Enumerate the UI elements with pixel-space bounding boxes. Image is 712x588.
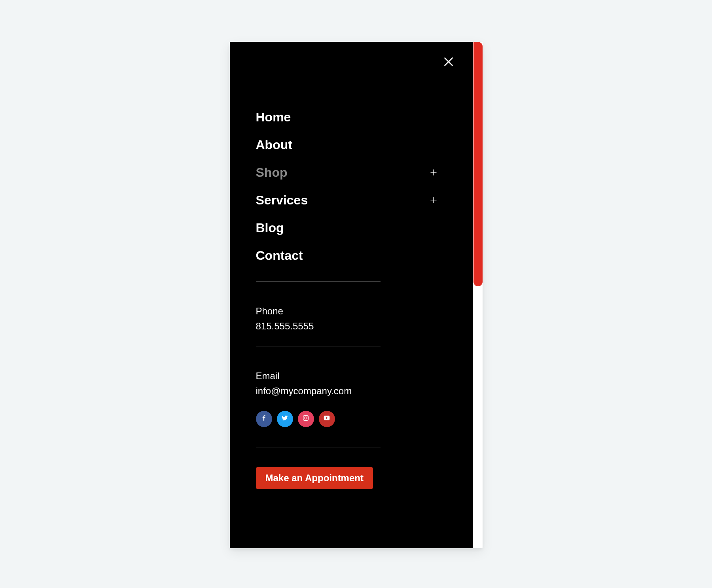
phone-block: Phone 815.555.5555 — [256, 304, 461, 334]
instagram-link[interactable] — [298, 411, 314, 427]
nav-label: About — [256, 135, 292, 154]
phone-label: Phone — [256, 304, 461, 319]
twitter-link[interactable] — [277, 411, 293, 427]
divider — [256, 346, 381, 346]
nav-item-blog[interactable]: Blog — [256, 214, 461, 242]
instagram-icon — [302, 414, 309, 423]
nav-label: Shop — [256, 163, 288, 182]
make-appointment-button[interactable]: Make an Appointment — [256, 467, 373, 489]
nav-item-services[interactable]: Services — [256, 186, 461, 214]
nav-list: Home About Shop Services — [256, 103, 461, 269]
nav-item-about[interactable]: About — [256, 131, 461, 159]
scrollbar-track[interactable] — [473, 42, 483, 548]
email-block: Email info@mycompany.com — [256, 369, 461, 399]
menu-content: Home About Shop Services — [256, 103, 461, 489]
nav-label: Home — [256, 108, 291, 127]
mobile-menu-frame: Home About Shop Services — [230, 42, 483, 548]
nav-item-contact[interactable]: Contact — [256, 242, 461, 269]
nav-label: Services — [256, 191, 308, 210]
close-icon — [443, 56, 454, 69]
nav-item-home[interactable]: Home — [256, 103, 461, 131]
social-links — [256, 411, 461, 427]
youtube-link[interactable] — [319, 411, 335, 427]
facebook-link[interactable] — [256, 411, 272, 427]
twitter-icon — [281, 414, 288, 423]
cta-wrap: Make an Appointment — [256, 467, 461, 489]
divider — [256, 281, 381, 282]
facebook-icon — [260, 414, 267, 423]
divider — [256, 448, 381, 448]
menu-panel: Home About Shop Services — [230, 42, 473, 548]
nav-label: Contact — [256, 246, 303, 265]
close-button[interactable] — [439, 53, 458, 72]
nav-item-shop[interactable]: Shop — [256, 159, 461, 186]
plus-icon[interactable] — [424, 163, 443, 182]
plus-icon[interactable] — [424, 191, 443, 210]
scrollbar-thumb[interactable] — [473, 42, 483, 286]
youtube-icon — [323, 414, 330, 423]
phone-value[interactable]: 815.555.5555 — [256, 319, 461, 334]
email-value[interactable]: info@mycompany.com — [256, 384, 461, 399]
nav-label: Blog — [256, 218, 284, 237]
email-label: Email — [256, 369, 461, 384]
